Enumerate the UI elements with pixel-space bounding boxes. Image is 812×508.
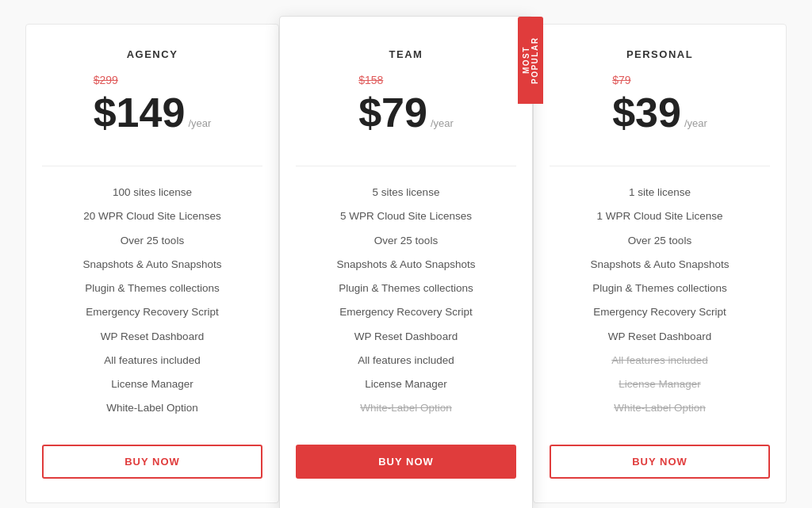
pricing-cards: AGENCY $299 $149 /year 100 sites license… xyxy=(25,24,787,503)
current-price: $39 xyxy=(612,92,681,133)
plan-card-personal: PERSONAL $79 $39 /year 1 site license1 W… xyxy=(533,24,787,503)
price-row: $39 /year xyxy=(612,92,707,136)
feature-item: Emergency Recovery Script xyxy=(42,300,262,324)
feature-item: 20 WPR Cloud Site Licenses xyxy=(42,204,262,228)
feature-item: Over 25 tools xyxy=(296,229,516,253)
price-row: $79 /year xyxy=(358,92,454,136)
feature-item: White-Label Option xyxy=(42,396,262,420)
old-price: $79 xyxy=(612,74,630,86)
feature-item: 1 WPR Cloud Site License xyxy=(550,204,770,228)
plan-name: TEAM xyxy=(389,48,423,60)
current-price: $79 xyxy=(358,92,427,133)
most-popular-badge: MOST POPULAR xyxy=(518,17,543,104)
feature-item: Plugin & Themes collections xyxy=(550,277,770,300)
price-block: $158 $79 /year xyxy=(358,74,454,136)
feature-item: 5 sites license xyxy=(296,181,516,204)
feature-item: License Manager xyxy=(296,372,516,396)
feature-item: License Manager xyxy=(42,372,262,396)
feature-item: White-Label Option xyxy=(296,396,516,420)
divider xyxy=(296,166,516,166)
plan-card-agency: AGENCY $299 $149 /year 100 sites license… xyxy=(25,24,279,503)
feature-item: Plugin & Themes collections xyxy=(296,277,516,300)
feature-item: White-Label Option xyxy=(550,396,770,420)
per-year: /year xyxy=(431,117,454,129)
feature-item: Over 25 tools xyxy=(550,229,770,253)
feature-item: Emergency Recovery Script xyxy=(296,300,516,324)
feature-item: Snapshots & Auto Snapshots xyxy=(550,253,770,277)
feature-item: WP Reset Dashboard xyxy=(550,325,770,349)
price-row: $149 /year xyxy=(94,92,212,136)
price-wrapper: $158 $79 /year xyxy=(358,74,454,136)
per-year: /year xyxy=(684,117,707,129)
features-list: 100 sites license20 WPR Cloud Site Licen… xyxy=(42,181,262,421)
feature-item: WP Reset Dashboard xyxy=(42,325,262,349)
feature-item: All features included xyxy=(296,349,516,372)
price-wrapper: $79 $39 /year xyxy=(612,74,707,136)
plan-name: PERSONAL xyxy=(626,48,693,60)
per-year: /year xyxy=(188,117,211,129)
old-price: $299 xyxy=(94,74,118,86)
feature-item: Over 25 tools xyxy=(42,229,262,253)
divider xyxy=(42,166,262,166)
feature-item: Plugin & Themes collections xyxy=(42,277,262,300)
feature-item: Snapshots & Auto Snapshots xyxy=(296,253,516,277)
price-wrapper: $299 $149 /year xyxy=(94,74,212,136)
price-block: $299 $149 /year xyxy=(94,74,212,136)
feature-item: 100 sites license xyxy=(42,181,262,204)
buy-now-button[interactable]: BUY NOW xyxy=(296,445,516,479)
features-list: 5 sites license5 WPR Cloud Site Licenses… xyxy=(296,181,516,421)
buy-now-button[interactable]: BUY NOW xyxy=(550,445,770,479)
buy-now-button[interactable]: BUY NOW xyxy=(42,445,262,479)
feature-item: License Manager xyxy=(550,372,770,396)
feature-item: Snapshots & Auto Snapshots xyxy=(42,253,262,277)
plan-name: AGENCY xyxy=(127,48,178,60)
current-price: $149 xyxy=(94,92,186,133)
features-list: 1 site license1 WPR Cloud Site LicenseOv… xyxy=(550,181,770,421)
price-block: $79 $39 /year xyxy=(612,74,707,136)
feature-item: Emergency Recovery Script xyxy=(550,300,770,324)
feature-item: All features included xyxy=(550,349,770,372)
old-price: $158 xyxy=(358,74,383,86)
feature-item: 1 site license xyxy=(550,181,770,204)
feature-item: WP Reset Dashboard xyxy=(296,325,516,349)
feature-item: 5 WPR Cloud Site Licenses xyxy=(296,204,516,228)
feature-item: All features included xyxy=(42,349,262,372)
plan-card-team: MOST POPULAR TEAM $158 $79 /year 5 sites… xyxy=(279,16,533,508)
divider xyxy=(550,166,770,166)
